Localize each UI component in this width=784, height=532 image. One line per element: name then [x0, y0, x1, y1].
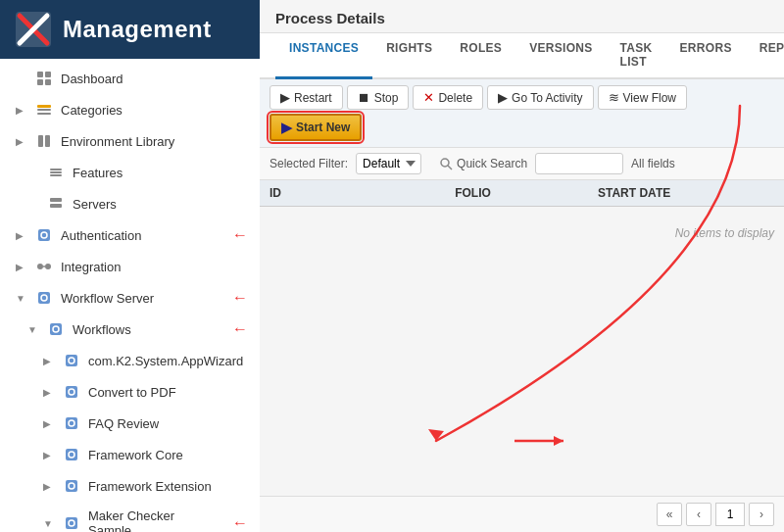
delete-icon: ✕ — [423, 90, 434, 105]
svg-rect-12 — [50, 169, 62, 170]
com-k2-arrow-icon: ▶ — [43, 356, 55, 366]
tab-errors[interactable]: ERRORS — [666, 33, 746, 79]
next-page-button[interactable]: › — [749, 503, 774, 526]
svg-rect-32 — [66, 449, 77, 460]
servers-icon — [47, 195, 65, 213]
sidebar-item-faq-review[interactable]: ▶FAQ Review — [0, 408, 260, 439]
flow-icon: ≋ — [609, 90, 619, 105]
svg-rect-8 — [37, 109, 51, 111]
quick-search-input[interactable] — [535, 153, 623, 174]
workflows-label: Workflows — [73, 322, 220, 337]
filter-bar: Selected Filter: Default Quick Search Al… — [260, 148, 784, 180]
faq-review-arrow-icon: ▶ — [43, 418, 55, 429]
svg-rect-13 — [50, 171, 62, 173]
sidebar-item-environment-library[interactable]: ▶Environment Library — [0, 125, 260, 157]
sidebar-item-com-k2[interactable]: ▶com.K2.System.AppWizard — [0, 345, 260, 376]
svg-rect-14 — [50, 174, 62, 176]
maker-checker-sample-label: Maker Checker Sample — [88, 508, 220, 532]
svg-point-19 — [37, 264, 43, 269]
restart-icon: ▶ — [280, 90, 290, 105]
table-header: ID FOLIO START DATE — [260, 180, 784, 207]
sidebar-item-categories[interactable]: ▶Categories — [0, 94, 260, 125]
restart-label: Restart — [294, 91, 332, 105]
tab-versions[interactable]: VERSIONS — [515, 33, 606, 79]
stop-button[interactable]: ⏹ Stop — [347, 85, 410, 110]
svg-rect-16 — [50, 204, 62, 208]
svg-rect-15 — [50, 198, 62, 202]
prev-page-button[interactable]: ‹ — [686, 503, 711, 526]
svg-line-45 — [448, 166, 452, 169]
pagination-bar: « ‹ 1 › — [260, 496, 784, 532]
svg-point-44 — [441, 159, 449, 167]
workflow-server-label: Workflow Server — [61, 291, 220, 306]
framework-core-icon — [63, 446, 80, 463]
sidebar-item-convert-pdf[interactable]: ▶Convert to PDF — [0, 376, 260, 408]
faq-review-label: FAQ Review — [88, 416, 248, 431]
svg-rect-24 — [50, 323, 62, 335]
sidebar-item-integration[interactable]: ▶Integration — [0, 251, 260, 282]
sidebar-item-authentication[interactable]: ▶Authentication← — [0, 219, 260, 251]
svg-rect-34 — [66, 480, 77, 492]
svg-marker-46 — [428, 429, 444, 441]
filter-label: Selected Filter: — [270, 157, 348, 170]
start-new-button[interactable]: ▶ Start New — [270, 114, 362, 141]
svg-rect-11 — [45, 135, 50, 147]
first-page-button[interactable]: « — [657, 503, 682, 526]
authentication-label: Authentication — [61, 228, 220, 243]
page-number-input[interactable]: 1 — [715, 503, 745, 526]
maker-checker-sample-arrow-icon: ▼ — [43, 518, 55, 529]
delete-button[interactable]: ✕ Delete — [413, 85, 483, 110]
goto-activity-button[interactable]: ▶ Go To Activity — [487, 85, 593, 110]
convert-pdf-label: Convert to PDF — [88, 385, 248, 400]
faq-review-icon — [63, 414, 80, 432]
stop-icon: ⏹ — [358, 90, 370, 105]
filter-select[interactable]: Default — [356, 153, 421, 174]
sidebar-item-workflow-server[interactable]: ▼Workflow Server← — [0, 282, 260, 314]
framework-ext-label: Framework Extension — [88, 479, 248, 494]
start-icon: ▶ — [281, 120, 292, 135]
integration-label: Integration — [61, 260, 248, 274]
features-label: Features — [73, 166, 248, 180]
workflow-server-red-arrow-icon: ← — [232, 289, 248, 307]
svg-rect-22 — [38, 292, 50, 304]
toolbar: ▶ Restart ⏹ Stop ✕ Delete ▶ Go To Activi… — [260, 79, 784, 148]
maker-checker-sample-icon — [63, 514, 80, 532]
svg-rect-4 — [45, 72, 51, 77]
restart-button[interactable]: ▶ Restart — [270, 85, 343, 110]
sidebar-item-dashboard[interactable]: Dashboard — [0, 63, 260, 94]
svg-point-20 — [45, 264, 51, 269]
sidebar-nav: Dashboard▶Categories▶Environment Library… — [0, 59, 260, 532]
categories-icon — [35, 101, 53, 119]
sidebar-item-framework-ext[interactable]: ▶Framework Extension — [0, 470, 260, 502]
sidebar-item-framework-core[interactable]: ▶Framework Core — [0, 439, 260, 470]
sidebar-item-features[interactable]: Features — [0, 157, 260, 188]
svg-marker-48 — [554, 436, 564, 446]
svg-rect-9 — [37, 113, 51, 115]
tab-rights[interactable]: RIGHTS — [372, 33, 446, 79]
tab-task-list[interactable]: TASK LIST — [607, 33, 666, 79]
workflow-server-icon — [35, 289, 53, 307]
sidebar-item-servers[interactable]: Servers — [0, 188, 260, 219]
sidebar: Management Dashboard▶Categories▶Environm… — [0, 0, 260, 532]
view-flow-label: View Flow — [623, 91, 676, 105]
categories-label: Categories — [61, 103, 248, 118]
tab-reports[interactable]: REPORTS — [746, 33, 784, 79]
svg-rect-30 — [66, 417, 77, 429]
svg-rect-28 — [66, 386, 77, 398]
categories-arrow-icon: ▶ — [16, 105, 27, 116]
col-header-startdate: START DATE — [598, 186, 774, 200]
svg-rect-5 — [37, 79, 43, 85]
com-k2-label: com.K2.System.AppWizard — [88, 354, 248, 368]
sidebar-item-maker-checker-sample[interactable]: ▼Maker Checker Sample← — [0, 502, 260, 532]
dashboard-label: Dashboard — [61, 72, 248, 86]
workflows-icon — [47, 320, 65, 338]
sidebar-item-workflows[interactable]: ▼Workflows← — [0, 314, 260, 345]
app-title: Management — [63, 16, 212, 43]
wrench-icon — [439, 157, 453, 170]
tab-roles[interactable]: ROLES — [446, 33, 515, 79]
framework-core-arrow-icon: ▶ — [43, 450, 55, 460]
col-header-id: ID — [270, 186, 348, 200]
features-icon — [47, 164, 65, 181]
view-flow-button[interactable]: ≋ View Flow — [598, 85, 687, 110]
tab-instances[interactable]: INSTANCES — [275, 33, 372, 79]
